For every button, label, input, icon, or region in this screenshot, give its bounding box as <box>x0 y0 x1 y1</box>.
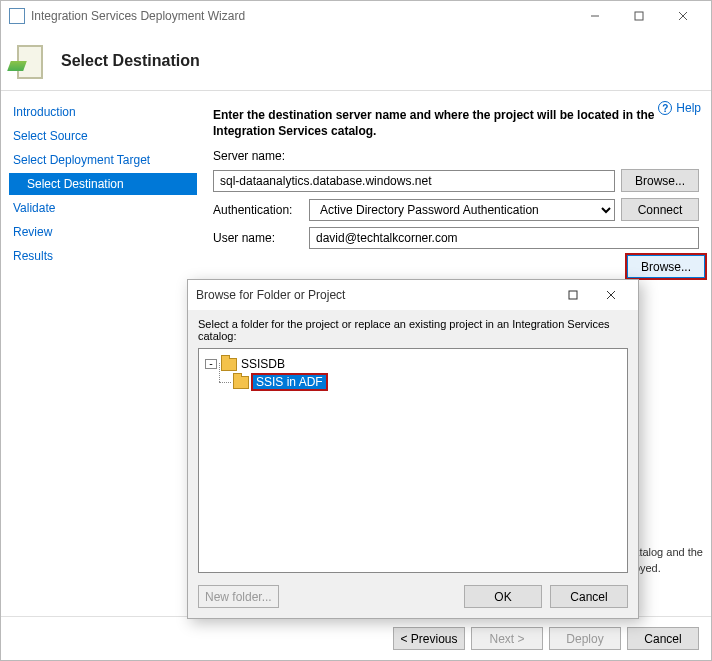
minimize-button[interactable] <box>573 2 617 30</box>
svg-rect-1 <box>635 12 643 20</box>
nav-review[interactable]: Review <box>9 221 197 243</box>
svg-rect-4 <box>569 291 577 299</box>
wizard-header: Select Destination <box>1 31 711 91</box>
maximize-button[interactable] <box>617 2 661 30</box>
tree-child-label: SSIS in ADF <box>253 375 326 389</box>
folder-icon <box>221 358 237 371</box>
dialog-close-button[interactable] <box>592 282 630 308</box>
username-label: User name: <box>213 231 303 245</box>
dialog-titlebar: Browse for Folder or Project <box>188 280 638 310</box>
server-name-label: Server name: <box>213 149 699 163</box>
connect-button[interactable]: Connect <box>621 198 699 221</box>
path-browse-button[interactable]: Browse... <box>627 255 705 278</box>
dialog-maximize-button[interactable] <box>554 282 592 308</box>
tree-root-label: SSISDB <box>241 357 285 371</box>
nav-results[interactable]: Results <box>9 245 197 267</box>
dialog-ok-button[interactable]: OK <box>464 585 542 608</box>
server-name-input[interactable] <box>213 170 615 192</box>
app-icon <box>9 8 25 24</box>
folder-icon <box>233 376 249 389</box>
nav-introduction[interactable]: Introduction <box>9 101 197 123</box>
page-title: Select Destination <box>61 52 200 70</box>
nav-validate[interactable]: Validate <box>9 197 197 219</box>
nav-select-source[interactable]: Select Source <box>9 125 197 147</box>
browse-dialog: Browse for Folder or Project Select a fo… <box>187 279 639 619</box>
nav-select-deployment-target[interactable]: Select Deployment Target <box>9 149 197 171</box>
instruction-text: Enter the destination server name and wh… <box>213 107 699 139</box>
collapse-icon[interactable]: - <box>205 359 217 369</box>
previous-button[interactable]: < Previous <box>393 627 465 650</box>
dialog-message: Select a folder for the project or repla… <box>198 318 628 342</box>
authentication-select[interactable]: Active Directory Password Authentication <box>309 199 615 221</box>
tree-child-row[interactable]: SSIS in ADF <box>233 373 621 391</box>
username-input[interactable] <box>309 227 699 249</box>
next-button[interactable]: Next > <box>471 627 543 650</box>
deploy-button[interactable]: Deploy <box>549 627 621 650</box>
dialog-title: Browse for Folder or Project <box>196 288 345 302</box>
tree-root-row[interactable]: - SSISDB <box>205 355 621 373</box>
window-title: Integration Services Deployment Wizard <box>31 9 245 23</box>
cancel-button[interactable]: Cancel <box>627 627 699 650</box>
window-titlebar: Integration Services Deployment Wizard <box>1 1 711 31</box>
dialog-cancel-button[interactable]: Cancel <box>550 585 628 608</box>
server-browse-button[interactable]: Browse... <box>621 169 699 192</box>
wizard-logo-icon <box>13 41 47 81</box>
wizard-nav: Introduction Select Source Select Deploy… <box>1 91 201 616</box>
nav-select-destination[interactable]: Select Destination <box>9 173 197 195</box>
wizard-footer: < Previous Next > Deploy Cancel <box>1 616 711 660</box>
close-button[interactable] <box>661 2 705 30</box>
new-folder-button[interactable]: New folder... <box>198 585 279 608</box>
authentication-label: Authentication: <box>213 203 303 217</box>
folder-tree[interactable]: - SSISDB SSIS in ADF <box>198 348 628 573</box>
